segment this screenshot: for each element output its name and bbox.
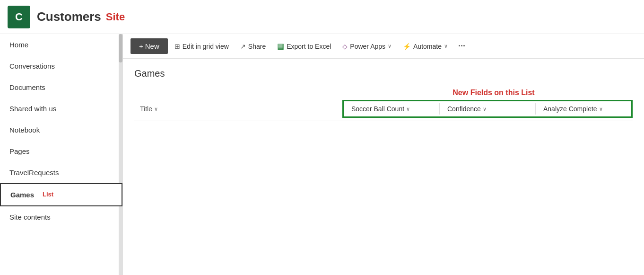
powerapps-icon: ◇	[342, 43, 348, 50]
edit-grid-button[interactable]: ⊞ Edit in grid view	[170, 40, 234, 53]
header-subtitle: Site	[106, 11, 125, 23]
sidebar-item-home[interactable]: Home	[0, 34, 122, 55]
new-label: New	[145, 42, 159, 50]
column-title[interactable]: Title ∨	[134, 100, 342, 118]
sidebar: Home Conversations Documents Shared with…	[0, 34, 123, 275]
column-confidence[interactable]: Confidence ∨	[440, 101, 535, 116]
app-header: C Customers Site	[0, 0, 644, 34]
title-sort-icon: ∨	[154, 106, 158, 112]
more-options-button[interactable]: ···	[454, 39, 469, 53]
plus-icon: +	[139, 42, 143, 50]
new-fields-annotation: New Fields on this List	[352, 89, 635, 97]
toolbar: + New ⊞ Edit in grid view ↗ Share ▦ Expo…	[123, 34, 644, 59]
share-button[interactable]: ↗ Share	[235, 40, 270, 53]
sidebar-item-site-contents[interactable]: Site contents	[0, 206, 122, 228]
share-icon: ↗	[240, 43, 246, 50]
sidebar-item-notebook[interactable]: Notebook	[0, 119, 122, 141]
sidebar-item-travel[interactable]: TravelRequests	[0, 162, 122, 183]
sidebar-item-conversations[interactable]: Conversations	[0, 55, 122, 77]
main-content: + New ⊞ Edit in grid view ↗ Share ▦ Expo…	[123, 34, 644, 275]
automate-icon: ⚡	[403, 43, 411, 50]
automate-chevron-icon: ∨	[444, 43, 448, 49]
column-analyze-complete[interactable]: Analyze Complete ∨	[536, 101, 631, 116]
automate-button[interactable]: ⚡ Automate ∨	[398, 40, 453, 53]
export-excel-button[interactable]: ▦ Export to Excel	[272, 39, 336, 53]
sidebar-item-shared[interactable]: Shared with us	[0, 98, 122, 119]
header-title: Customers	[37, 9, 101, 24]
table-header-row: Title ∨ Soccer Ball Count ∨ Confidence ∨	[134, 100, 633, 121]
excel-icon: ▦	[277, 42, 284, 51]
app-layout: Home Conversations Documents Shared with…	[0, 34, 644, 275]
sidebar-item-games[interactable]: Games List	[0, 183, 122, 206]
confidence-sort-icon: ∨	[483, 106, 487, 112]
soccer-ball-sort-icon: ∨	[406, 106, 410, 112]
games-red-label: List	[43, 191, 53, 198]
grid-icon: ⊞	[174, 43, 180, 50]
analyze-sort-icon: ∨	[599, 106, 603, 112]
highlighted-columns: Soccer Ball Count ∨ Confidence ∨ Analyze…	[342, 100, 633, 118]
content-area: Games New Fields on this List Title ∨ So…	[123, 59, 644, 131]
list-title: Games	[134, 68, 633, 79]
new-button[interactable]: + New	[131, 38, 168, 54]
power-apps-button[interactable]: ◇ Power Apps ∨	[338, 40, 396, 53]
powerapps-chevron-icon: ∨	[388, 43, 392, 49]
avatar: C	[8, 6, 30, 28]
column-soccer-ball-count[interactable]: Soccer Ball Count ∨	[344, 101, 439, 116]
table: Title ∨ Soccer Ball Count ∨ Confidence ∨	[134, 100, 633, 121]
sidebar-item-pages[interactable]: Pages	[0, 141, 122, 162]
sidebar-item-documents[interactable]: Documents	[0, 77, 122, 98]
